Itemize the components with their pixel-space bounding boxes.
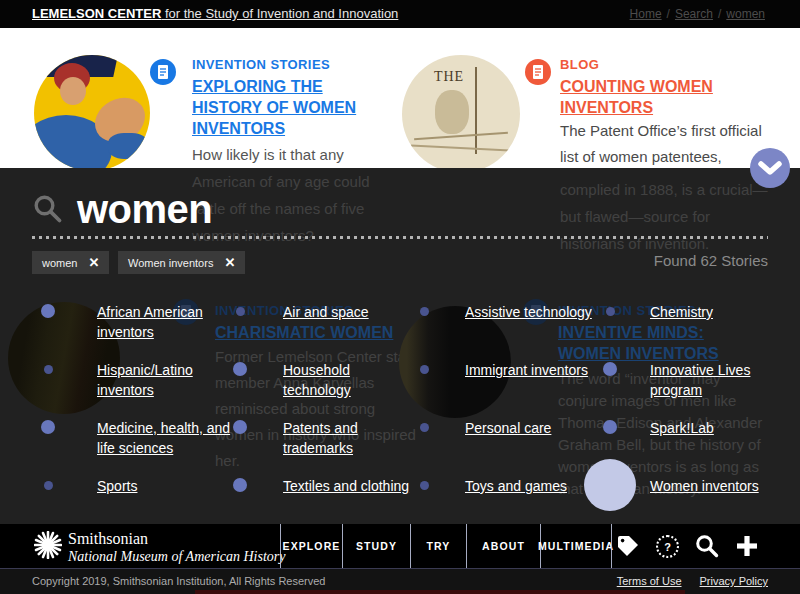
document-icon: [525, 59, 551, 85]
nav-try[interactable]: TRY: [410, 524, 466, 568]
card1-thumbnail-rosie-image[interactable]: [34, 55, 150, 171]
category-bullet: [236, 307, 245, 316]
footer-nav: EXPLORE STUDY TRY ABOUT MULTIMEDIA: [280, 524, 612, 568]
journal-pole: [475, 67, 477, 154]
category-bullet: [44, 481, 53, 490]
category-link-air-space[interactable]: Air and space: [283, 302, 369, 322]
results-count: Found 62 Stories: [500, 252, 768, 269]
card2-thumbnail-journal-image[interactable]: THE: [402, 55, 520, 173]
category-link-medicine[interactable]: Medicine, health, and life sciences: [97, 418, 230, 458]
category-link-patents[interactable]: Patents and trademarks: [283, 418, 358, 458]
breadcrumb: Home/Search/women: [627, 0, 768, 28]
smithsonian-sunburst-icon: [34, 531, 62, 563]
breadcrumb-home[interactable]: Home: [630, 7, 662, 21]
bottom-accent-bar: [195, 590, 685, 594]
nav-multimedia[interactable]: MULTIMEDIA: [540, 524, 611, 568]
journal-figure: [435, 90, 469, 134]
card2-teaser-dimmed: complied in 1888, is a crucial— but flaw…: [560, 176, 790, 257]
brand-bold: LEMELSON CENTER: [32, 6, 161, 21]
nav-about[interactable]: ABOUT: [466, 524, 540, 568]
filter-tag-label: Women inventors: [128, 257, 213, 269]
privacy-policy-link[interactable]: Privacy Policy: [700, 568, 768, 594]
remove-tag-icon[interactable]: ✕: [88, 256, 99, 269]
add-icon[interactable]: [734, 533, 760, 559]
remove-tag-icon[interactable]: ✕: [224, 256, 235, 269]
category-link-sports[interactable]: Sports: [97, 476, 137, 496]
category-bullet: [606, 307, 615, 316]
category-bullet-hover: [584, 459, 636, 511]
brand-rest: for the Study of Invention and Innovatio…: [161, 6, 398, 21]
breadcrumb-separator: /: [718, 7, 721, 21]
category-bullet: [420, 365, 429, 374]
help-icon[interactable]: ?: [656, 535, 679, 558]
category-bullet: [44, 365, 53, 374]
footer-search-icon[interactable]: [695, 534, 719, 558]
search-icon: [33, 194, 63, 228]
category-link-hispanic-latino[interactable]: Hispanic/Latino inventors: [97, 360, 193, 400]
category-bullet: [41, 304, 55, 318]
search-input[interactable]: women: [77, 187, 212, 232]
nav-explore[interactable]: EXPLORE: [280, 524, 342, 568]
journal-line: [414, 132, 508, 141]
breadcrumb-search[interactable]: Search: [675, 7, 713, 21]
category-link-women-inventors[interactable]: Women inventors: [650, 476, 759, 496]
tag-icon[interactable]: [616, 534, 640, 558]
category-link-household[interactable]: Household technology: [283, 360, 351, 400]
chevron-down-icon: [750, 148, 790, 188]
category-bullet: [233, 420, 247, 434]
logo-smithsonian: Smithsonian: [68, 529, 286, 548]
search-separator: [32, 236, 768, 239]
scroll-down-button[interactable]: [750, 148, 790, 188]
category-bullet: [233, 478, 247, 492]
card1-category[interactable]: INVENTION STORIES: [192, 57, 330, 72]
category-bullet: [603, 362, 617, 376]
category-bullet: [41, 420, 55, 434]
category-bullet: [420, 423, 429, 432]
category-bullet: [420, 307, 429, 316]
filter-tag[interactable]: Women inventors ✕: [118, 251, 245, 274]
category-bullet: [603, 420, 617, 434]
category-link-chemistry[interactable]: Chemistry: [650, 302, 713, 322]
museum-logo-text[interactable]: Smithsonian National Museum of American …: [68, 529, 286, 565]
category-link-innovative-lives[interactable]: Innovative Lives program: [650, 360, 750, 400]
card2-category[interactable]: BLOG: [560, 57, 599, 72]
card1-title-link[interactable]: EXPLORING THE HISTORY OF WOMEN INVENTORS: [192, 76, 382, 139]
category-link-african-american[interactable]: African American inventors: [97, 302, 203, 342]
breadcrumb-current[interactable]: women: [726, 7, 765, 21]
card4-title-link: INVENTIVE MINDS: WOMEN INVENTORS: [558, 322, 788, 364]
category-link-personal-care[interactable]: Personal care: [465, 418, 551, 438]
page: INVENTION STORIES EXPLORING THE HISTORY …: [0, 0, 800, 594]
help-glyph: ?: [664, 541, 671, 553]
rosie-cuff: [108, 133, 148, 159]
card2-title-link[interactable]: COUNTING WOMEN INVENTORS: [560, 76, 785, 118]
category-link-immigrant[interactable]: Immigrant inventors: [465, 360, 588, 380]
journal-the-text: THE: [402, 69, 496, 85]
card1-teaser: How likely is it that any: [192, 141, 382, 168]
category-bullet: [233, 362, 247, 376]
rosie-face: [60, 77, 86, 105]
site-logo-link[interactable]: LEMELSON CENTER for the Study of Inventi…: [32, 0, 398, 28]
category-link-sparklab[interactable]: Spark!Lab: [650, 418, 714, 438]
category-link-assistive[interactable]: Assistive technology: [465, 302, 592, 322]
document-icon: [150, 59, 176, 85]
category-link-toys-games[interactable]: Toys and games: [465, 476, 567, 496]
filter-tag-label: women: [42, 257, 77, 269]
logo-museum: National Museum of American History: [68, 548, 286, 565]
category-bullet: [420, 481, 429, 490]
category-link-textiles[interactable]: Textiles and clothing: [283, 476, 409, 496]
breadcrumb-separator: /: [667, 7, 670, 21]
filter-tag[interactable]: women ✕: [32, 251, 109, 274]
nav-study[interactable]: STUDY: [342, 524, 410, 568]
card3-title-link: CHARISMATIC WOMEN: [215, 322, 393, 343]
journal-line: [411, 144, 510, 151]
